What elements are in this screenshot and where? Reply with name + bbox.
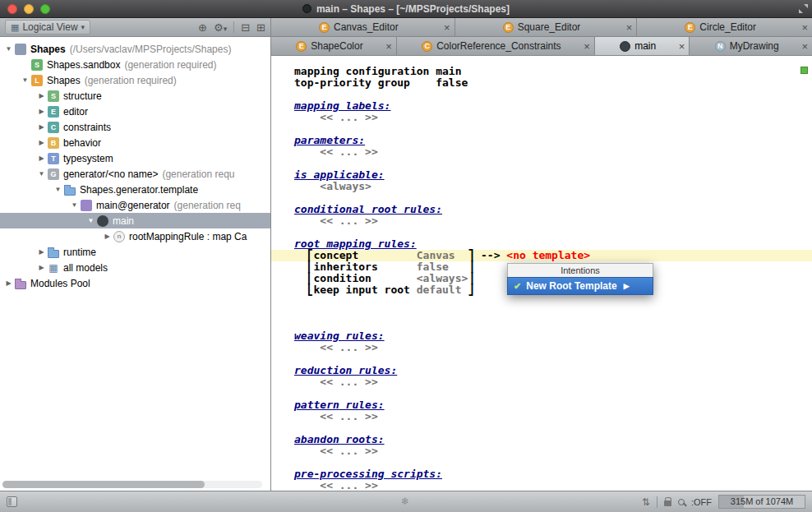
tree-toggle-arrow[interactable]: ▶ <box>3 279 14 287</box>
editor-line[interactable]: parameters: <box>294 135 812 146</box>
tree-item-generator-no-name[interactable]: ▼Ggenerator/<no name> (generation requ <box>0 166 270 182</box>
expand-all-icon[interactable]: ⊞ <box>256 21 265 34</box>
editor-line[interactable] <box>294 227 812 238</box>
tree-item-structure[interactable]: ▶Sstructure <box>0 88 270 104</box>
tree-toggle-arrow[interactable]: ▶ <box>36 264 47 271</box>
tab-close-icon[interactable]: × <box>801 22 808 33</box>
tree-item-behavior[interactable]: ▶Bbehavior <box>0 135 270 150</box>
tab-square-editor[interactable]: ESquare_Editor× <box>455 18 638 36</box>
tree-item-modules-pool[interactable]: ▶Modules Pool <box>0 275 270 291</box>
editor-line[interactable]: << ... >> <box>294 445 812 457</box>
editor-line[interactable]: mapping configuration main <box>294 66 812 77</box>
tree-toggle-arrow[interactable]: ▼ <box>20 76 30 84</box>
tab-close-icon[interactable]: × <box>679 41 685 52</box>
tree-item-all-models[interactable]: ▶▦all models <box>0 260 270 275</box>
editor-line[interactable]: << ... >> <box>294 376 812 388</box>
editor-line[interactable]: << ... >> <box>294 411 812 422</box>
editor-line[interactable]: reduction rules: <box>294 365 812 376</box>
highlighting-level-label[interactable]: :OFF <box>691 497 712 507</box>
scroll-arrows-icon[interactable]: ⇅ <box>642 496 650 508</box>
editor-line[interactable] <box>294 192 812 204</box>
tab-circle-editor[interactable]: ECircle_Editor× <box>637 18 812 36</box>
tab-close-icon[interactable]: × <box>444 22 450 33</box>
tree-toggle-arrow[interactable]: ▼ <box>69 201 80 209</box>
editor-line[interactable]: top-priority group false <box>294 77 812 89</box>
tree-toggle-arrow[interactable]: ▼ <box>85 217 96 224</box>
tree-item-main-generator[interactable]: ▼main@generator (generation req <box>0 197 270 213</box>
editor-line[interactable]: << ... >> <box>294 480 812 491</box>
editor-line[interactable] <box>294 388 812 399</box>
tree-toggle-arrow[interactable]: ▶ <box>36 123 47 131</box>
tree-toggle-arrow[interactable]: ▶ <box>102 233 113 240</box>
editor-line[interactable]: is applicable: <box>294 169 812 181</box>
tab-close-icon[interactable]: × <box>584 41 590 52</box>
tab-canvas-editor[interactable]: ECanvas_Editor× <box>271 18 455 36</box>
editor-line[interactable] <box>294 353 812 365</box>
editor-line[interactable] <box>294 457 812 468</box>
editor-line[interactable]: pattern rules: <box>294 399 812 411</box>
title-bar[interactable]: main – Shapes – [~/MPSProjects/Shapes] <box>0 0 812 18</box>
scrollbar-thumb[interactable] <box>2 481 205 488</box>
lock-icon[interactable] <box>664 500 671 506</box>
tree-toggle-arrow[interactable]: ▼ <box>36 170 47 178</box>
tree-toggle-arrow[interactable]: ▼ <box>3 45 14 53</box>
editor-line[interactable] <box>294 89 812 100</box>
editor-line[interactable]: abandon roots: <box>294 434 812 445</box>
editor-line[interactable]: << ... >> <box>294 112 812 123</box>
close-window-button[interactable] <box>7 4 17 14</box>
tree-toggle-arrow[interactable]: ▼ <box>53 186 63 193</box>
tree-item-constraints[interactable]: ▶Cconstraints <box>0 119 270 135</box>
tree-item-shapes-generator-template[interactable]: ▼Shapes.generator.template <box>0 182 270 197</box>
zoom-window-button[interactable] <box>40 4 50 14</box>
editor-line[interactable]: << ... >> <box>294 342 812 353</box>
tree-toggle-arrow[interactable]: ▶ <box>36 155 47 162</box>
editor-line[interactable]: <always> <box>294 181 812 192</box>
memory-indicator[interactable]: 315M of 1074M <box>718 495 805 509</box>
editor-line[interactable]: << ... >> <box>294 146 812 158</box>
new-root-template-menu-item[interactable]: ✔ New Root Template ▶ <box>507 277 653 295</box>
tab-mydrawing[interactable]: NMyDrawing× <box>690 37 812 55</box>
editor-line[interactable] <box>294 307 812 319</box>
tree-toggle-arrow[interactable]: ▶ <box>36 108 47 115</box>
editor-line[interactable] <box>294 158 812 169</box>
tree-item-main[interactable]: ▼main <box>0 213 270 228</box>
tree-item-shapes-sandbox[interactable]: SShapes.sandbox (generation required) <box>0 57 270 72</box>
tree-toggle-arrow[interactable]: ▶ <box>36 92 47 99</box>
editor-line[interactable]: root mapping rules: <box>294 238 812 250</box>
editor-line[interactable]: conditional root rules: <box>294 204 812 215</box>
minimize-window-button[interactable] <box>24 4 34 14</box>
editor-line[interactable]: ⎡concept Canvas ⎤ --> <no template> <box>271 250 812 261</box>
editor-line[interactable]: mapping labels: <box>294 100 812 112</box>
tab-close-icon[interactable]: × <box>801 41 808 52</box>
tree-item-typesystem[interactable]: ▶Ttypesystem <box>0 150 270 166</box>
tree-item-shapes[interactable]: ▼LShapes (generation required) <box>0 72 270 88</box>
editor-line[interactable] <box>294 296 812 307</box>
tree-item-rootmappingrule-map-ca[interactable]: ▶nrootMappingRule : map Ca <box>0 228 270 244</box>
hector-inspector-icon[interactable] <box>678 499 685 505</box>
toolwindow-toggle-icon[interactable] <box>7 496 17 507</box>
tree-item-runtime[interactable]: ▶runtime <box>0 244 270 260</box>
editor-line[interactable]: weaving rules: <box>294 330 812 342</box>
editor-line[interactable]: << ... >> <box>294 215 812 227</box>
editor-line[interactable] <box>294 123 812 135</box>
tab-colorreference-constraints[interactable]: CColorReference_Constraints× <box>397 37 595 55</box>
tab-close-icon[interactable]: × <box>626 22 633 33</box>
tab-shapecolor[interactable]: EShapeColor× <box>271 37 397 55</box>
editor-pane[interactable]: mapping configuration maintop-priority g… <box>271 56 812 491</box>
editor-line[interactable] <box>294 319 812 330</box>
background-tasks-icon[interactable]: ❄ <box>401 496 409 507</box>
tree-item-editor[interactable]: ▶Eeditor <box>0 104 270 119</box>
collapse-all-icon[interactable]: ⊟ <box>241 21 250 34</box>
window-resize-icon[interactable] <box>798 3 809 14</box>
tree-toggle-arrow[interactable]: ▶ <box>36 248 47 256</box>
tree-item-shapes[interactable]: ▼Shapes (/Users/vaclav/MPSProjects/Shape… <box>0 41 270 57</box>
editor-line[interactable]: pre-processing scripts: <box>294 468 812 480</box>
tab-close-icon[interactable]: × <box>385 41 392 52</box>
tree-horizontal-scrollbar[interactable] <box>2 481 262 488</box>
tree-toggle-arrow[interactable]: ▶ <box>36 139 47 146</box>
settings-gear-icon[interactable]: ⚙▾ <box>214 21 227 34</box>
tab-main[interactable]: main× <box>595 37 690 55</box>
view-selector[interactable]: ▦ Logical View ▾ <box>5 20 90 35</box>
scroll-from-source-icon[interactable]: ⊕ <box>198 21 207 34</box>
editor-line[interactable] <box>294 422 812 434</box>
